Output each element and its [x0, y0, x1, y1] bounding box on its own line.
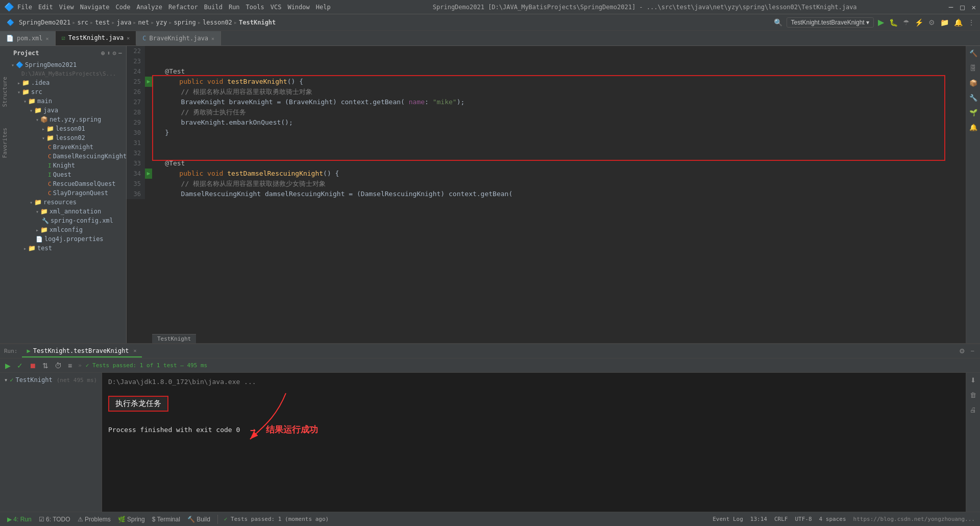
sort-duration-button[interactable]: ⏱ [53, 361, 64, 371]
menu-help[interactable]: Help [316, 4, 331, 11]
breadcrumb-project[interactable]: SpringDemo2021 [19, 19, 70, 26]
run-panel-tab[interactable]: ▶ 4: Run [4, 515, 35, 524]
panel-minimize-icon[interactable]: − [969, 346, 976, 356]
spring-icon[interactable]: 🌱 [968, 107, 979, 118]
minimize-button[interactable]: ─ [949, 3, 953, 11]
sidebar-expand-icon[interactable]: ⬍ [107, 50, 110, 57]
menu-edit[interactable]: Edit [38, 4, 53, 11]
debug-button[interactable]: 🐛 [888, 17, 899, 28]
clear-console-icon[interactable]: 🗑 [968, 390, 978, 400]
tree-log4j[interactable]: 📄 log4j.properties [9, 234, 126, 244]
status-encoding[interactable]: UTF-8 [795, 516, 812, 522]
tab-braveKnight-close[interactable]: ✕ [211, 36, 214, 41]
breadcrumb-yzy[interactable]: yzy [156, 19, 167, 26]
vcs-icon[interactable]: 📁 [939, 17, 950, 28]
breadcrumb-java[interactable]: java [116, 19, 131, 26]
window-controls[interactable]: ─ □ ✕ [949, 3, 976, 11]
test-tree-item[interactable]: ▾ ✓ TestKnight (net 495 ms) [0, 375, 102, 385]
scroll-end-icon[interactable]: ⬇ [969, 375, 977, 386]
tree-java[interactable]: ▾ 📁 java [9, 106, 126, 115]
tree-main[interactable]: ▾ 📁 main [9, 97, 126, 106]
tab-pom-xml[interactable]: 📄 pom.xml ✕ [0, 31, 56, 45]
tree-test[interactable]: ▸ 📁 test [9, 244, 126, 253]
problems-panel-tab[interactable]: ⚠ Problems [75, 515, 114, 524]
breadcrumb-testKnight[interactable]: TestKnight [239, 19, 276, 26]
close-button[interactable]: ✕ [972, 3, 976, 11]
menu-code[interactable]: Code [116, 4, 131, 11]
menu-window[interactable]: Window [287, 4, 309, 11]
sidebar-locate-icon[interactable]: ⊕ [101, 50, 105, 57]
tree-idea[interactable]: ▸ 📁 .idea [9, 78, 126, 87]
breadcrumb-net[interactable]: net [138, 19, 150, 26]
tree-slaydragonquest[interactable]: C SlayDragonQuest [9, 188, 126, 198]
tree-spring-config-xml[interactable]: 🔧 spring-config.xml [9, 216, 126, 225]
panel-settings-icon[interactable]: ⚙ [958, 346, 967, 356]
structure-panel-button[interactable]: Structure [2, 77, 8, 107]
tree-lesson02[interactable]: ▾ 📁 lesson02 [9, 133, 126, 142]
tree-xmlconfig[interactable]: ▸ 📁 xmlconfig [9, 225, 126, 234]
tab-pom-close[interactable]: ✕ [46, 36, 49, 41]
more-actions-icon[interactable]: ⋮ [967, 17, 976, 28]
print-icon[interactable]: 🖨 [968, 404, 978, 415]
tree-quest[interactable]: I Quest [9, 170, 126, 179]
tree-lesson01[interactable]: ▸ 📁 lesson01 [9, 124, 126, 133]
breadcrumb-test[interactable]: test [95, 19, 110, 26]
tree-resources[interactable]: ▾ 📁 resources [9, 198, 126, 207]
run-gutter-25[interactable]: ▶ [145, 77, 152, 87]
menu-file[interactable]: File [17, 4, 32, 11]
sidebar-settings-icon[interactable]: ⚙ [113, 50, 116, 57]
run-tab-close[interactable]: ✕ [134, 348, 137, 353]
project-icon[interactable]: 🔷 [4, 17, 17, 28]
search-everywhere-icon[interactable]: 🔍 [773, 17, 783, 28]
rerun-button[interactable]: ▶ [3, 361, 13, 371]
stop-button[interactable]: ⏹ [27, 361, 38, 371]
favorites-panel-button[interactable]: Favorites [2, 128, 8, 158]
status-event-log[interactable]: Event Log [713, 516, 743, 522]
tab-testKnight-close[interactable]: ✕ [127, 35, 130, 41]
profile-button[interactable]: ⚡ [914, 17, 924, 28]
run-button[interactable]: ▶ [877, 16, 885, 28]
tree-xml-annotation[interactable]: ▾ 📁 xml_annotation [9, 207, 126, 216]
breadcrumb-lesson02[interactable]: lesson02 [203, 19, 232, 26]
maven-icon[interactable]: 📦 [968, 78, 979, 88]
settings-toolbar-icon[interactable]: ⚙ [927, 17, 936, 28]
menu-run[interactable]: Run [229, 4, 240, 11]
database-icon[interactable]: 🗄 [968, 63, 978, 74]
tree-braveknight[interactable]: C BraveKnight [9, 142, 126, 152]
breadcrumb-spring[interactable]: spring [174, 19, 195, 26]
list-view-button[interactable]: ≡ [66, 361, 74, 371]
spring-panel-tab[interactable]: 🌿 Spring [115, 515, 148, 524]
status-spaces[interactable]: 4 spaces [819, 516, 846, 522]
tree-rescuedamselquest[interactable]: C RescueDamselQuest [9, 179, 126, 188]
menu-build[interactable]: Build [204, 4, 223, 11]
menu-tools[interactable]: Tools [246, 4, 264, 11]
notifications-side-icon[interactable]: 🔔 [968, 122, 979, 133]
tree-src[interactable]: ▾ 📁 src [9, 87, 126, 97]
status-crlf[interactable]: CRLF [774, 516, 788, 522]
notifications-icon[interactable]: 🔔 [953, 17, 964, 28]
sidebar-minimize-icon[interactable]: − [118, 50, 122, 57]
tree-damselrescuingknight[interactable]: C DamselRescuingKnight [9, 152, 126, 161]
menu-navigate[interactable]: Navigate [80, 4, 110, 11]
coverage-button[interactable]: ☂ [902, 17, 911, 28]
tree-net-yzy-spring[interactable]: ▾ 📦 net.yzy.spring [9, 115, 126, 124]
run-gutter-34[interactable]: ▶ [145, 169, 152, 179]
run-config-dropdown[interactable]: TestKnight.testBraveKnight ▾ [787, 17, 874, 28]
tab-testKnight[interactable]: ☑ TestKnight.java ✕ [56, 31, 137, 45]
passed-filter-button[interactable]: ✓ [15, 361, 25, 371]
tree-knight[interactable]: I Knight [9, 161, 126, 170]
menu-bar[interactable]: File Edit View Navigate Code Analyze Ref… [17, 4, 331, 11]
menu-vcs[interactable]: VCS [271, 4, 282, 11]
run-tab[interactable]: ▶ TestKnight.testBraveKnight ✕ [22, 345, 142, 357]
terminal-panel-tab[interactable]: $ Terminal [149, 515, 183, 524]
menu-refactor[interactable]: Refactor [168, 4, 198, 11]
gradle-icon[interactable]: 🔧 [968, 92, 979, 103]
menu-analyze[interactable]: Analyze [136, 4, 162, 11]
tab-braveKnight[interactable]: C BraveKnight.java ✕ [136, 31, 221, 45]
build-panel-tab[interactable]: 🔨 Build [184, 515, 213, 524]
code-editor[interactable]: 22 23 24 @Test 25 ▶ public void testBrav… [127, 46, 966, 343]
maximize-button[interactable]: □ [960, 3, 964, 11]
build-icon[interactable]: 🔨 [968, 48, 979, 59]
menu-view[interactable]: View [59, 4, 74, 11]
sort-alpha-button[interactable]: ⇅ [40, 361, 51, 371]
